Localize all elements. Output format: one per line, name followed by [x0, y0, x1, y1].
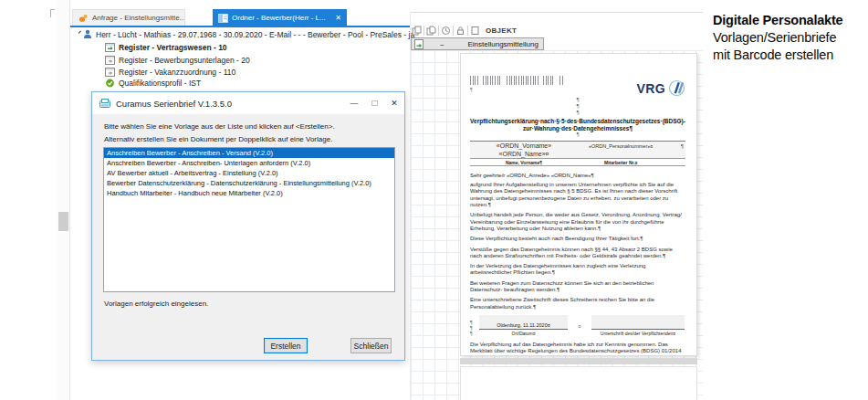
toolbar-separator [467, 26, 468, 36]
screenshot-root: Digitale Personalakte Vorlagen/Serienbri… [0, 0, 868, 400]
tab-ordner-label: Ordner - Bewerber(Herr - L... [232, 14, 326, 22]
checkmark-badge-icon [105, 79, 115, 88]
object-row-dash: – [440, 40, 444, 48]
paragraph: In der Verletzung des Datengeheimnisses … [470, 263, 685, 277]
barcode-bars [559, 76, 563, 85]
document-page: ¶ VRG ¶ ¶ ¶ Verpflichtungserklärung·nach… [460, 53, 697, 356]
caption-line3: mit Barcode erstellen [713, 47, 842, 64]
tree-item-label: Qualifikationsprofil - IST [119, 79, 201, 88]
salutation: Sehr geehrte/r «ORDN_Anrede» «ORDN_Name»… [470, 173, 685, 178]
toolbar-separator [453, 26, 454, 36]
lock-icon[interactable] [455, 26, 465, 36]
paragraph: aufgrund Ihrer Aufgabenstellung in unser… [470, 182, 685, 208]
paragraph: Verstöße gegen das Datengeheimnis können… [470, 247, 685, 260]
tab-anfrage-label: Anfrage - Einstellungsmitte... [92, 14, 185, 22]
paragraph: Bei weiteren Fragen zum Datenschutz könn… [470, 280, 685, 294]
tree-root-label: Herr - Lücht - Mathias - 29.07.1968 - 30… [96, 30, 415, 39]
pilcrow-mark: ¶ [470, 132, 685, 138]
tab-anfrage[interactable]: Anfrage - Einstellungsmitte... [72, 9, 185, 26]
schliessen-button[interactable]: Schließen [350, 338, 392, 353]
template-item[interactable]: AV Bewerber aktuell - Arbeitsvertrag - E… [104, 168, 394, 178]
new-page-icon[interactable] [470, 26, 480, 36]
template-item[interactable]: Bewerber Datenschutzerklärung - Datensch… [104, 178, 394, 188]
pilcrow-mark: ¶ [470, 87, 563, 92]
paragraph: Unbefugt handelt jede Person, die weder … [470, 212, 685, 232]
tree-item-qualifikationsprofil[interactable]: Qualifikationsprofil - IST [105, 77, 201, 89]
vrg-logo-icon [668, 79, 685, 97]
barcode-bars [470, 76, 478, 85]
maximize-icon[interactable] [364, 92, 384, 114]
signature-field-ort-datum: Oldenburg, 11.11.2020¤ Ort/Datum¤ [479, 315, 568, 336]
scrollbar-thumb[interactable] [58, 212, 68, 231]
name-table: «ORDN_Vorname» «ORDN_Personalnummer»¤ ¶ … [470, 141, 685, 166]
active-tab-underline [70, 26, 411, 27]
field-personalnummer: «ORDN_Personalnummer»¤ [578, 143, 664, 149]
refresh-icon[interactable] [441, 26, 451, 36]
field-name: «ORDN_Name»¤ [470, 151, 578, 157]
barcode-bars [483, 76, 502, 85]
anfrage-tab-icon [78, 14, 89, 23]
label-name-vorname: Name, Vorname¶ [470, 160, 578, 165]
person-icon [83, 29, 92, 39]
tab-close-icon[interactable]: ✕ [335, 14, 341, 22]
panel-divider [411, 12, 703, 13]
tree-root-row[interactable]: Herr - Lücht - Mathias - 29.07.1968 - 30… [78, 28, 415, 40]
sig-label-ort-datum: Ort/Datum¤ [479, 331, 568, 336]
signature-field-unterschrift: Unterschrift des/der Verpflichtenden¤ [591, 315, 685, 336]
tree-item-vertragswesen[interactable]: Register - Vertragswesen - 10 [105, 41, 227, 53]
ordner-tab-icon [218, 14, 228, 23]
copy-icon[interactable] [412, 26, 422, 36]
caption-line2: Vorlagen/Serienbriefe [713, 29, 842, 47]
register-icon [105, 43, 115, 52]
object-toolbar: OBJEKT [412, 24, 517, 37]
dialog-titlebar[interactable]: Curamus Serienbrief V.1.3.5.0 — ✕ [92, 92, 404, 114]
template-item[interactable]: Handbuch Mitarbeiter - Handbuch neue Mit… [104, 188, 394, 198]
template-listbox[interactable]: Anschreiben Bewerber - Anschreiben - Ver… [103, 147, 395, 292]
next-page-edge [460, 366, 697, 400]
curamus-app-icon [99, 99, 110, 108]
label-mitarbeiter-nr: Mitarbeiter Nr.¤ [578, 160, 664, 165]
barcode: ¶ [470, 76, 563, 92]
document-title: Verpflichtungserklärung·nach·§·5·des·Bun… [470, 118, 685, 132]
paragraph: Eine unterschriebene Zweitschrift dieses… [470, 297, 685, 311]
chevron-down-icon[interactable] [78, 31, 81, 36]
document-header: ¶ VRG [470, 76, 685, 97]
page-break-band [460, 358, 697, 364]
instruction-line1: Bitte wählen Sie eine Vorlage aus der Li… [104, 122, 335, 131]
close-icon[interactable]: ✕ [384, 92, 404, 114]
document-export-icon [414, 39, 424, 49]
document-title-line2: zur·Wahrung·des·Datengeheimnisses¶ [470, 125, 685, 132]
instruction-line2: Alternativ erstellen Sie ein Dokument pe… [104, 135, 332, 143]
paragraph: Diese Verpflichtung besteht auch nach Be… [470, 236, 685, 242]
toolbar-separator [438, 26, 439, 36]
erstellen-button[interactable]: Erstellen [264, 338, 308, 353]
minimize-icon[interactable]: — [344, 92, 364, 114]
barcode-bars [543, 76, 555, 85]
cell-mark: ¤ [568, 323, 591, 336]
vrg-logo: VRG [636, 79, 685, 97]
tree-item-label: Register - Vertragswesen - 10 [119, 43, 227, 52]
object-row-einstellungsmitteilung[interactable]: – Einstellungsmitteilung [411, 37, 544, 50]
tab-ordner-bewerber[interactable]: Ordner - Bewerber(Herr - L... ✕ [213, 9, 347, 26]
register-icon [105, 68, 115, 77]
tree-item-label: Register - Vakanzzuordnung - 110 [119, 68, 235, 77]
template-item[interactable]: Anschreiben Bewerber - Anschreiben- Unte… [104, 158, 394, 168]
barcode-bars [507, 76, 539, 85]
toolbar-separator [424, 26, 424, 36]
closing-paragraph: Die Verpflichtung auf das Datengeheimnis… [470, 342, 685, 356]
copy-document-icon[interactable] [426, 26, 436, 36]
register-icon [105, 56, 115, 65]
status-text: Vorlagen erfolgreich eingelesen. [104, 300, 208, 308]
pilcrow-marks: ¶ ¶ ¶ [470, 97, 685, 116]
tree-item-bewerbungsunterlagen[interactable]: Register - Bewerbungsunterlagen - 20 [105, 54, 250, 66]
sig-label-unterschrift: Unterschrift des/der Verpflichtenden¤ [591, 331, 685, 336]
template-item[interactable]: Anschreiben Bewerber - Anschreiben - Ver… [104, 148, 394, 158]
document-title-line1: Verpflichtungserklärung·nach·§·5·des·Bun… [470, 118, 685, 125]
signature-section: ¶ ¶ ¶ Oldenburg, 11.11.2020¤ Ort/Datum¤ … [470, 315, 685, 336]
vrg-logo-text: VRG [636, 81, 665, 96]
left-scroll-strip [57, 0, 70, 400]
tree-item-label: Register - Bewerbungsunterlagen - 20 [119, 56, 250, 65]
collapsed-pane-icon[interactable] [50, 9, 55, 17]
objekt-header: OBJEKT [486, 26, 517, 35]
dialog-title: Curamus Serienbrief V.1.3.5.0 [116, 99, 232, 109]
